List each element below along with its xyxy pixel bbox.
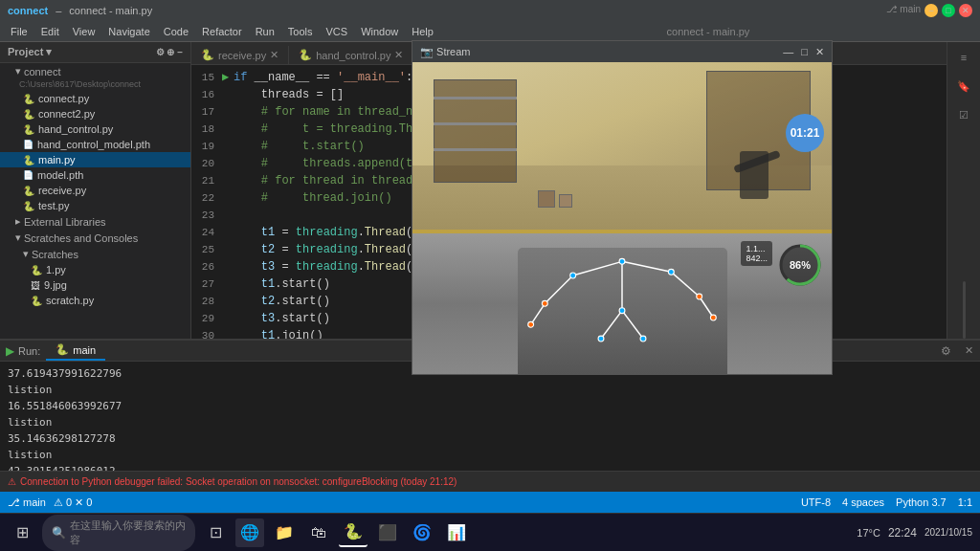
- python-version: Python 3.7: [896, 496, 947, 508]
- tree-root[interactable]: ▾ connect: [0, 63, 190, 79]
- file-receive-py[interactable]: 🐍receive.py: [0, 183, 190, 198]
- console-output: 37.619437991622796 listion 16.5518460639…: [0, 362, 980, 471]
- minimize-button[interactable]: –: [924, 4, 938, 17]
- svg-point-16: [710, 315, 716, 320]
- svg-point-17: [598, 336, 604, 342]
- stream-maximize[interactable]: □: [801, 46, 808, 58]
- scratches-folder[interactable]: ▾ Scratches and Consoles: [0, 230, 190, 246]
- taskbar-chrome[interactable]: 🌐: [235, 518, 264, 547]
- stream-controls: — □ ✕: [783, 46, 824, 58]
- menu-tools[interactable]: Tools: [281, 24, 320, 39]
- menu-window[interactable]: Window: [354, 24, 405, 39]
- svg-line-4: [622, 311, 643, 339]
- scratches-subfolder[interactable]: ▾ Scratches: [0, 246, 190, 262]
- console-line-6: listion: [8, 447, 972, 463]
- file-hand-control-py[interactable]: 🐍hand_control.py: [0, 121, 190, 137]
- taskbar-search[interactable]: 🔍 在这里输入你要搜索的内容: [42, 515, 195, 551]
- console-line-4: listion: [8, 414, 972, 430]
- menu-navigate[interactable]: Navigate: [101, 24, 156, 39]
- menu-help[interactable]: Help: [405, 24, 440, 39]
- svg-point-10: [570, 273, 576, 278]
- minimap-scroll[interactable]: [963, 281, 966, 339]
- console-line-7: 42.39154251986012: [8, 463, 972, 471]
- bookmark-btn[interactable]: 🔖: [952, 75, 975, 98]
- file-connect2-py[interactable]: 🐍connect2.py: [0, 106, 190, 121]
- menu-title-center: connect - main.py: [440, 24, 976, 39]
- file-connect-py[interactable]: 🐍connect.py: [0, 91, 190, 106]
- line-col: 1:1: [958, 496, 972, 508]
- taskbar-explorer[interactable]: 📁: [270, 518, 299, 547]
- title-separator: –: [56, 5, 61, 16]
- title-left: connect – connect - main.py: [8, 5, 152, 16]
- file-hand-control-pth[interactable]: 📄hand_control_model.pth: [0, 137, 190, 152]
- stream-minimize[interactable]: —: [783, 46, 793, 58]
- svg-point-14: [528, 322, 534, 328]
- menu-run[interactable]: Run: [249, 24, 281, 39]
- root-path: C:\Users\8617\Desktop\connect: [0, 79, 190, 91]
- file-9-jpg[interactable]: 🖼9.jpg: [0, 277, 190, 293]
- progress-circle: 86%: [776, 241, 824, 289]
- external-libs-folder[interactable]: ▸ External Libraries: [0, 213, 190, 230]
- git-branch[interactable]: ⎇ main: [8, 496, 46, 509]
- search-placeholder: 在这里输入你要搜索的内容: [70, 518, 186, 547]
- file-test-py[interactable]: 🐍test.py: [0, 198, 190, 213]
- svg-point-18: [640, 336, 646, 342]
- menu-view[interactable]: View: [66, 24, 102, 39]
- svg-line-7: [671, 273, 699, 298]
- error-message: Connection to Python debugger failed: So…: [20, 476, 457, 487]
- close-button[interactable]: ✕: [959, 4, 972, 17]
- start-button[interactable]: ⊞: [8, 518, 36, 547]
- file-model-pth[interactable]: 📄model.pth: [0, 167, 190, 183]
- menu-code[interactable]: Code: [157, 24, 195, 39]
- taskbar-store[interactable]: 🛍: [304, 518, 333, 547]
- status-right: UTF-8 4 spaces Python 3.7 1:1: [801, 496, 972, 508]
- encoding-label[interactable]: UTF-8: [801, 496, 831, 508]
- taskbar-edge[interactable]: 🌀: [408, 518, 436, 547]
- app-name: connect: [8, 5, 48, 16]
- console-settings-btn[interactable]: ⚙: [934, 340, 957, 363]
- sidebar-header: Project ▾ ⚙ ⊕ −: [0, 42, 190, 63]
- titlebar: connect – connect - main.py ⎇ main – □ ✕: [0, 0, 980, 21]
- menu-edit[interactable]: Edit: [34, 24, 66, 39]
- taskbar-right: 17°C 22:24 2021/10/15: [857, 526, 972, 540]
- run-icon: ▶: [6, 344, 14, 358]
- svg-line-5: [545, 276, 572, 303]
- svg-line-3: [601, 311, 622, 339]
- menubar: File Edit View Navigate Code Refactor Ru…: [0, 21, 980, 42]
- tab-receive-py[interactable]: 🐍 receive.py ✕: [191, 46, 289, 64]
- svg-line-1: [622, 262, 671, 273]
- root-arrow: ▾: [15, 65, 21, 77]
- branch-indicator: ⎇ main: [886, 4, 921, 17]
- indent-label[interactable]: 4 spaces: [842, 496, 884, 508]
- root-label: connect: [24, 66, 61, 77]
- console-line-2: listion: [8, 382, 972, 398]
- tab-hand-control-py[interactable]: 🐍 hand_control.py ✕: [289, 46, 413, 64]
- menu-file[interactable]: File: [4, 24, 34, 39]
- svg-point-15: [697, 294, 702, 299]
- file-main-py[interactable]: 🐍main.py: [0, 152, 190, 167]
- console-close-btn[interactable]: ✕: [957, 340, 980, 363]
- menu-refactor[interactable]: Refactor: [195, 24, 249, 39]
- svg-point-9: [619, 259, 625, 265]
- todo-btn[interactable]: ☑: [952, 103, 975, 126]
- stream-body: 01:21: [412, 62, 832, 374]
- maximize-button[interactable]: □: [942, 4, 955, 17]
- run-file-icon: 🐍: [56, 343, 69, 356]
- stream-title: 📷 Stream: [420, 46, 471, 58]
- sidebar-actions: ⚙ ⊕ −: [156, 47, 183, 57]
- file-1-py[interactable]: 🐍1.py: [0, 262, 190, 277]
- taskbar-pycharm[interactable]: 🐍: [339, 518, 368, 547]
- console-run-label: ▶ Run:: [0, 341, 46, 361]
- taskbar-left: ⊞ 🔍 在这里输入你要搜索的内容 ⊡ 🌐 📁 🛍 🐍 ⬛ 🌀 📊: [8, 515, 471, 551]
- taskbar-temp: 17°C: [857, 527, 880, 539]
- camera-top-view: 01:21: [412, 62, 832, 233]
- structure-btn[interactable]: ≡: [952, 46, 975, 69]
- error-bar: ⚠ Connection to Python debugger failed: …: [0, 471, 980, 492]
- taskbar-widgets[interactable]: ⊡: [201, 518, 230, 547]
- file-scratch-py[interactable]: 🐍scratch.py: [0, 293, 190, 308]
- menu-vcs[interactable]: VCS: [320, 24, 355, 39]
- tab-main-run[interactable]: 🐍 main: [46, 341, 105, 361]
- stream-close[interactable]: ✕: [815, 46, 824, 58]
- taskbar-other[interactable]: 📊: [442, 518, 471, 547]
- taskbar-terminal[interactable]: ⬛: [373, 518, 402, 547]
